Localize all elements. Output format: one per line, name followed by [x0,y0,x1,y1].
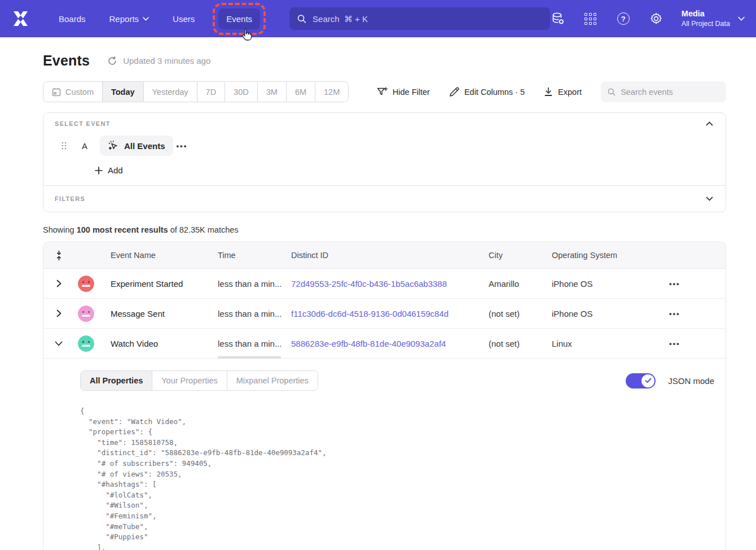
events-table: Event Name Time Distinct ID City Operati… [43,242,726,550]
date-range-12m[interactable]: 12M [315,82,348,102]
table-row[interactable]: Message Sent less than a min... f11c30d6… [43,299,726,329]
edit-columns-label: Edit Columns · 5 [464,88,525,97]
events-search-input[interactable] [621,88,719,97]
row-expander-button[interactable] [43,309,74,317]
drag-handle-icon[interactable] [61,142,67,150]
date-range-yesterday[interactable]: Yesterday [144,82,197,102]
main-nav: Boards Reports Users Events [51,8,266,29]
table-header: Event Name Time Distinct ID City Operati… [43,242,726,269]
chevron-up-icon [706,121,713,126]
settings-gear-icon[interactable] [649,11,663,26]
segment-label: Yesterday [152,88,188,97]
date-range-today[interactable]: Today [103,82,144,102]
segment-label: 12M [324,88,340,97]
properties-tabs: All Properties Your Properties Mixpanel … [80,370,318,391]
nav-item-users[interactable]: Users [165,8,203,29]
row-more-options-button[interactable]: ••• [666,307,684,320]
date-range-7d[interactable]: 7D [197,82,226,102]
export-button[interactable]: Export [544,87,582,97]
table-row[interactable]: Watch Video less than a min... 5886283e-… [43,329,726,359]
search-icon [608,88,616,97]
row-more-options-button[interactable]: ••• [666,277,684,290]
hide-filter-button[interactable]: Hide Filter [377,87,430,97]
time-cell: less than a min... [209,309,283,318]
distinct-id-link[interactable]: 72d49553-25fc-4f0c-b436-1b5ac6ab3388 [291,279,447,289]
row-actions: ••• [653,307,726,320]
top-navbar: Boards Reports Users Events [0,0,756,37]
project-switcher[interactable]: Media All Project Data [682,8,745,29]
results-prefix: Showing [43,225,77,234]
os-cell: iPhone OS [543,309,653,318]
tab-mixpanel-properties[interactable]: Mixpanel Properties [227,371,318,390]
results-highlight: 100 most recent results [77,225,168,234]
select-event-section: SELECT EVENT A [43,113,726,185]
row-more-options-button[interactable]: ••• [666,337,684,350]
chevron-right-icon [56,309,61,317]
collapse-section-button[interactable] [705,120,714,127]
chevron-right-icon [56,280,61,287]
event-avatar-icon [78,276,94,292]
segment-label: Custom [65,88,94,97]
date-range-custom[interactable]: Custom [43,82,103,102]
nav-item-reports[interactable]: Reports [102,8,157,29]
mixpanel-logo-icon[interactable] [11,9,30,28]
results-summary: Showing 100 most recent results of 82.35… [43,225,726,234]
collapse-all-button[interactable] [43,250,74,261]
event-query-row: A [55,136,714,156]
event-avatar [74,335,102,352]
json-mode-toggle[interactable] [626,373,656,389]
add-label: Add [108,165,123,175]
tab-all-properties[interactable]: All Properties [81,371,152,390]
row-expander-button[interactable] [43,341,74,346]
add-event-button[interactable]: Add [95,165,123,175]
filters-section[interactable]: FILTERS [43,186,726,212]
help-icon[interactable]: ? [616,11,631,26]
navbar-right: ? Media All Project Data [551,8,745,29]
refresh-button[interactable] [107,56,117,66]
event-avatar-icon [78,305,94,322]
date-range-3m[interactable]: 3M [258,82,287,102]
json-mode-label: JSON mode [668,376,714,386]
segment-label: 7D [206,88,217,97]
data-management-icon[interactable] [551,11,565,26]
all-events-selector[interactable]: All Events [100,136,173,156]
distinct-id-link[interactable]: 5886283e-e9fb-48fb-81de-40e9093a2af4 [291,339,446,348]
nav-item-events[interactable]: Events [218,8,260,29]
events-search[interactable] [601,81,726,102]
date-range-30d[interactable]: 30D [225,82,258,102]
date-range-6m[interactable]: 6M [287,82,315,102]
event-detail-panel: All Properties Your Properties Mixpanel … [43,359,726,550]
column-header-time: Time [209,251,283,260]
segment-label: 6M [295,88,306,97]
table-toolbar: Hide Filter Edit Columns · 5 Export [377,81,726,102]
table-row[interactable]: Experiment Started less than a min... 72… [43,269,726,299]
distinct-id-link[interactable]: f11c30d6-dc6d-4518-9136-0d046159c84d [291,309,449,318]
city-cell: (not set) [480,339,543,348]
apps-grid-icon[interactable] [583,11,598,26]
event-more-options-button[interactable]: ••• [173,139,191,152]
json-mode-control: JSON mode [626,373,714,389]
results-suffix: of 82.35K matches [168,225,239,234]
row-expander-button[interactable] [43,280,74,287]
tab-label: All Properties [90,376,143,385]
expand-filters-button[interactable] [705,195,714,202]
event-name-cell: Message Sent [102,309,209,318]
horizontal-scrollbar-thumb[interactable] [218,356,281,359]
event-name-cell: Watch Video [102,339,209,348]
nav-item-label: Reports [109,14,139,24]
row-actions: ••• [653,337,726,350]
table-rows: Experiment Started less than a min... 72… [43,269,726,359]
edit-columns-button[interactable]: Edit Columns · 5 [449,87,525,97]
city-cell: Amarillo [480,279,543,289]
tab-your-properties[interactable]: Your Properties [152,371,227,390]
refresh-icon [107,56,117,66]
query-builder-card: SELECT EVENT A [43,112,726,212]
collapse-rows-icon [55,250,63,261]
global-search-input[interactable] [313,14,542,24]
column-header-distinct-id: Distinct ID [283,251,480,260]
segment-label: 3M [266,88,278,97]
global-search[interactable] [289,7,550,30]
distinct-id-cell: 72d49553-25fc-4f0c-b436-1b5ac6ab3388 [283,279,480,289]
nav-item-boards[interactable]: Boards [51,8,94,29]
event-avatar [74,276,102,292]
